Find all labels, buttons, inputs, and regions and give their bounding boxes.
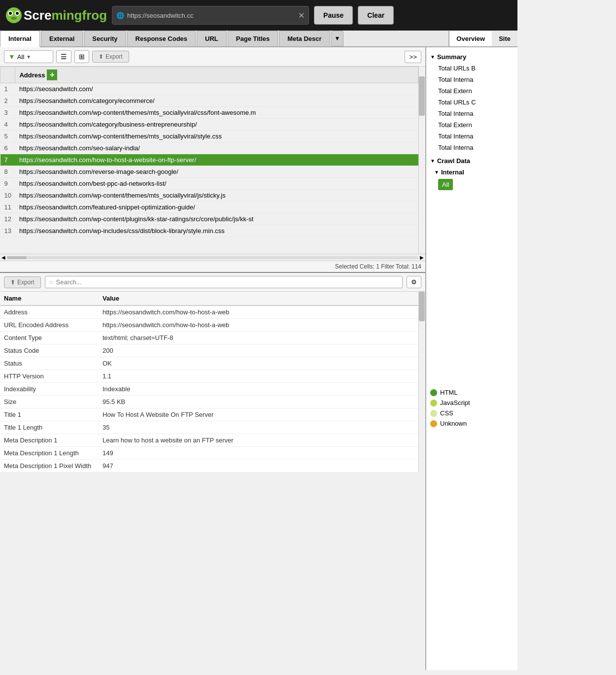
tab-more-button[interactable]: ▼: [331, 31, 344, 46]
detail-value: 35: [99, 421, 418, 434]
scroll-left-arrow[interactable]: ◀: [0, 255, 7, 260]
tab-internal[interactable]: Internal: [0, 31, 40, 47]
tab-page-titles[interactable]: Page Titles: [228, 31, 278, 46]
status-text: Selected Cells: 1 Filter Total: 114: [335, 263, 421, 270]
row-url[interactable]: https://seosandwitch.com/reverse-image-s…: [15, 166, 418, 178]
internal-sub-header[interactable]: ▼ Internal: [426, 167, 517, 178]
scrollbar-thumb[interactable]: [419, 76, 425, 116]
legend-label: JavaScript: [440, 399, 470, 406]
tab-security[interactable]: Security: [84, 31, 126, 46]
summary-item[interactable]: Total Extern: [426, 85, 517, 97]
row-url[interactable]: https://seosandwitch.com/wp-content/them…: [15, 107, 418, 119]
row-url[interactable]: https://seosandwitch.com/best-ppc-ad-net…: [15, 178, 418, 190]
crawl-all-button[interactable]: All: [438, 179, 453, 190]
filter-chevron-icon: ▼: [26, 54, 31, 60]
scroll-thumb-horizontal[interactable]: [7, 256, 27, 259]
url-close-icon[interactable]: ✕: [298, 11, 305, 20]
detail-value: https://seosandwitch.com/how-to-host-a-w…: [99, 319, 418, 332]
detail-name: Address: [0, 305, 99, 319]
legend-color-dot: [430, 420, 437, 427]
table-row[interactable]: 6 https://seosandwitch.com/seo-salary-in…: [0, 142, 418, 154]
row-url[interactable]: https://seosandwitch.com/how-to-host-a-w…: [15, 154, 418, 166]
tab-response-codes[interactable]: Response Codes: [127, 31, 196, 46]
row-url[interactable]: https://seosandwitch.com/wp-content/them…: [15, 190, 418, 202]
summary-item[interactable]: Total Interna: [426, 108, 517, 119]
clear-button[interactable]: Clear: [358, 6, 394, 25]
crawl-data-section: ▼ Crawl Data ▼ Internal All: [426, 155, 517, 190]
table-row[interactable]: 4 https://seosandwitch.com/category/busi…: [0, 119, 418, 131]
row-number: 6: [0, 142, 15, 154]
row-url[interactable]: https://seosandwitch.com/category/ecomme…: [15, 95, 418, 107]
summary-item[interactable]: Total Interna: [426, 142, 517, 153]
export-button[interactable]: ⬆ Export: [92, 51, 129, 63]
vertical-scrollbar[interactable]: [418, 67, 425, 254]
app-logo: Scremingfrog: [5, 6, 107, 24]
detail-filter-settings-button[interactable]: ⚙: [407, 276, 421, 288]
legend-color-dot: [430, 400, 437, 406]
summary-section-header[interactable]: ▼ Summary: [426, 51, 517, 63]
filter-dropdown[interactable]: ▼ All ▼: [4, 50, 53, 63]
tab-site[interactable]: Site: [492, 31, 517, 46]
legend-container: HTML JavaScript CSS Unknown: [426, 387, 517, 429]
table-row[interactable]: 10 https://seosandwitch.com/wp-content/t…: [0, 190, 418, 202]
table-row[interactable]: 12 https://seosandwitch.com/wp-content/p…: [0, 213, 418, 225]
row-number: 12: [0, 213, 15, 225]
table-row[interactable]: 7 https://seosandwitch.com/how-to-host-a…: [0, 154, 418, 166]
detail-name-header: Name: [0, 292, 99, 305]
row-url[interactable]: https://seosandwitch.com/: [15, 83, 418, 95]
tree-view-button[interactable]: ⊞: [74, 50, 89, 63]
tab-overview[interactable]: Overview: [449, 31, 492, 46]
table-row[interactable]: 11 https://seosandwitch.com/featured-sni…: [0, 202, 418, 213]
crawl-data-arrow-icon: ▼: [430, 158, 435, 164]
search-icon: ○: [49, 278, 53, 286]
crawl-data-header[interactable]: ▼ Crawl Data: [426, 155, 517, 167]
row-url[interactable]: https://seosandwitch.com/wp-includes/css…: [15, 225, 418, 237]
row-number: 13: [0, 225, 15, 237]
table-row[interactable]: 2 https://seosandwitch.com/category/ecom…: [0, 95, 418, 107]
detail-export-button[interactable]: ⬆ Export: [4, 276, 41, 288]
table-row[interactable]: 9 https://seosandwitch.com/best-ppc-ad-n…: [0, 178, 418, 190]
detail-vertical-scrollbar[interactable]: [418, 292, 425, 472]
detail-row: Status OK: [0, 357, 418, 370]
detail-scrollbar-thumb[interactable]: [419, 292, 425, 321]
detail-row: Size 95.5 KB: [0, 396, 418, 408]
legend-label: CSS: [440, 409, 453, 417]
row-url[interactable]: https://seosandwitch.com/wp-content/them…: [15, 131, 418, 142]
table-row[interactable]: 3 https://seosandwitch.com/wp-content/th…: [0, 107, 418, 119]
row-number: 3: [0, 107, 15, 119]
summary-item[interactable]: Total URLs C: [426, 97, 517, 108]
more-options-button[interactable]: >>: [405, 51, 421, 63]
table-row[interactable]: 13 https://seosandwitch.com/wp-includes/…: [0, 225, 418, 237]
table-row[interactable]: 1 https://seosandwitch.com/: [0, 83, 418, 95]
detail-row: HTTP Version 1.1: [0, 370, 418, 383]
app-header: Scremingfrog 🌐 https://seosandwitch.cc ✕…: [0, 0, 517, 31]
summary-item[interactable]: Total Extern: [426, 119, 517, 131]
table-row[interactable]: 5 https://seosandwitch.com/wp-content/th…: [0, 131, 418, 142]
export-label: Export: [105, 53, 123, 60]
summary-item[interactable]: Total Interna: [426, 74, 517, 85]
logo-text-screaming: Scre: [24, 8, 51, 23]
url-bar[interactable]: 🌐 https://seosandwitch.cc ✕: [112, 6, 309, 25]
summary-item[interactable]: Total Interna: [426, 131, 517, 142]
tab-meta-descr[interactable]: Meta Descr: [279, 31, 330, 46]
tabs-row: Internal External Security Response Code…: [0, 31, 517, 47]
row-url[interactable]: https://seosandwitch.com/featured-snippe…: [15, 202, 418, 213]
row-url[interactable]: https://seosandwitch.com/seo-salary-indi…: [15, 142, 418, 154]
summary-item[interactable]: Total URLs B: [426, 63, 517, 74]
detail-value-header: Value: [99, 292, 418, 305]
scroll-right-arrow[interactable]: ▶: [418, 255, 425, 260]
table-row[interactable]: 8 https://seosandwitch.com/reverse-image…: [0, 166, 418, 178]
detail-search-box[interactable]: ○: [45, 276, 403, 288]
row-url[interactable]: https://seosandwitch.com/category/busine…: [15, 119, 418, 131]
row-url[interactable]: https://seosandwitch.com/wp-content/plug…: [15, 213, 418, 225]
export-icon: ⬆: [99, 53, 103, 60]
list-view-button[interactable]: ☰: [56, 50, 71, 63]
tab-external[interactable]: External: [41, 31, 83, 46]
detail-toolbar: ⬆ Export ○ ⚙: [0, 273, 425, 292]
tab-url[interactable]: URL: [197, 31, 227, 46]
add-column-button[interactable]: +: [47, 69, 57, 80]
detail-row: Meta Description 1 Length 149: [0, 447, 418, 460]
horizontal-scrollbar[interactable]: ◀ ▶: [0, 254, 425, 261]
pause-button[interactable]: Pause: [314, 6, 353, 25]
detail-search-input[interactable]: [56, 278, 398, 286]
